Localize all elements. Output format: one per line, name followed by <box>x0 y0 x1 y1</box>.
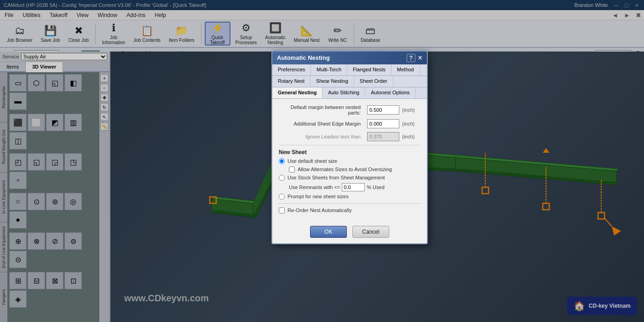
reorder-checkbox[interactable] <box>279 207 285 213</box>
use-stock-radio[interactable] <box>279 175 285 181</box>
use-default-radio[interactable] <box>279 158 285 164</box>
default-margin-input[interactable] <box>367 105 399 115</box>
use-default-label: Use default sheet size <box>288 158 337 164</box>
prompt-new-label: Prompt for new sheet sizes <box>288 194 349 199</box>
modal-tab-row-3: General Nesting Auto Stitching Autonest … <box>272 87 427 99</box>
sheet-edge-input[interactable] <box>367 119 399 128</box>
remnants-label: Use Remnants with <= <box>289 184 340 190</box>
modal-overlay: Automatic Nesting ? × Preferences Multi-… <box>0 0 644 322</box>
automatic-nesting-dialog: Automatic Nesting ? × Preferences Multi-… <box>271 51 428 244</box>
separator1 <box>279 145 420 145</box>
remnants-suffix: % Used <box>367 184 385 190</box>
tab-preferences[interactable]: Preferences <box>272 64 311 75</box>
ignore-leadins-row: Ignore Leadins less than (inch) <box>279 132 420 141</box>
use-stock-label: Use Stock Sheets from Sheet Management <box>288 175 385 180</box>
tab-rotary-nest[interactable]: Rotary Nest <box>272 76 310 87</box>
sheet-edge-label: Additional Sheet Edge Margin <box>279 121 364 126</box>
remnants-input[interactable] <box>342 183 365 191</box>
modal-titlebar-controls: ? × <box>407 54 422 62</box>
tab-general-nesting[interactable]: General Nesting <box>272 87 322 98</box>
tab-autonest-options[interactable]: Autonest Options <box>365 87 415 98</box>
tab-multi-torch[interactable]: Multi-Torch <box>311 64 347 75</box>
new-sheet-header: New Sheet <box>279 149 420 155</box>
tab-shear-nesting[interactable]: Shear Nesting <box>310 76 354 87</box>
modal-titlebar: Automatic Nesting ? × <box>272 52 427 64</box>
prompt-new-radio-row: Prompt for new sheet sizes <box>279 194 420 200</box>
allow-alternates-row: Allow Alternates Sizes to Avoid Oversizi… <box>289 167 420 172</box>
ok-button[interactable]: OK <box>310 226 347 238</box>
tab-flanged-nests[interactable]: Flanged Nests <box>347 64 391 75</box>
reorder-row: Re-Order Nest Automatically <box>279 207 420 213</box>
reorder-label: Re-Order Nest Automatically <box>288 207 351 213</box>
modal-tab-row-2: Rotary Nest Shear Nesting Sheet Order <box>272 76 427 87</box>
modal-help-button[interactable]: ? <box>407 54 415 62</box>
remnants-row: Use Remnants with <= % Used <box>289 183 420 191</box>
default-margin-label: Default margin between nested parts: <box>279 104 364 115</box>
modal-body: Default margin between nested parts: (in… <box>272 99 427 221</box>
allow-alternates-checkbox[interactable] <box>289 167 295 172</box>
default-margin-row: Default margin between nested parts: (in… <box>279 104 420 115</box>
tab-sheet-order[interactable]: Sheet Order <box>354 76 393 87</box>
ignore-leadins-input <box>367 132 399 141</box>
default-margin-unit: (inch) <box>402 107 420 113</box>
ignore-leadins-label: Ignore Leadins less than <box>279 134 364 139</box>
allow-alternates-label: Allow Alternates Sizes to Avoid Oversizi… <box>298 167 392 172</box>
modal-close-button[interactable]: × <box>418 54 422 62</box>
tab-method[interactable]: Method <box>391 64 420 75</box>
use-stock-radio-row: Use Stock Sheets from Sheet Management <box>279 175 420 181</box>
modal-tab-row-1: Preferences Multi-Torch Flanged Nests Me… <box>272 64 427 76</box>
prompt-new-radio[interactable] <box>279 194 285 200</box>
sheet-edge-row: Additional Sheet Edge Margin (inch) <box>279 119 420 128</box>
separator2 <box>279 203 420 204</box>
use-default-radio-row: Use default sheet size <box>279 158 420 164</box>
cancel-button[interactable]: Cancel <box>352 226 389 238</box>
modal-title: Automatic Nesting <box>277 54 330 61</box>
ignore-leadins-unit: (inch) <box>402 134 420 139</box>
modal-buttons: OK Cancel <box>272 221 427 243</box>
tab-auto-stitching[interactable]: Auto Stitching <box>322 87 365 98</box>
sheet-edge-unit: (inch) <box>402 121 420 126</box>
